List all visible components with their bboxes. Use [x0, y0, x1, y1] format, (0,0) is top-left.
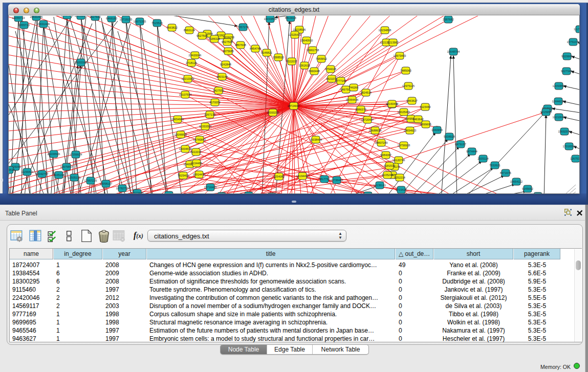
svg-text:8186328: 8186328 — [209, 37, 220, 40]
svg-text:7886372: 7886372 — [355, 108, 366, 111]
svg-text:20053346: 20053346 — [75, 61, 88, 64]
svg-text:20206506: 20206506 — [48, 152, 60, 156]
svg-text:16961758: 16961758 — [307, 49, 319, 52]
svg-text:7515526: 7515526 — [151, 21, 163, 25]
svg-text:15640910: 15640910 — [300, 39, 313, 42]
svg-text:1213967: 1213967 — [387, 41, 399, 44]
svg-text:19654923: 19654923 — [404, 129, 417, 132]
svg-text:10719155: 10719155 — [120, 18, 133, 21]
svg-text:12444159: 12444159 — [552, 100, 565, 103]
svg-text:9474444: 9474444 — [466, 150, 477, 153]
svg-text:1440954: 1440954 — [431, 128, 443, 132]
svg-text:9084067: 9084067 — [380, 154, 391, 157]
svg-text:16210643: 16210643 — [553, 116, 565, 119]
svg-text:8222037: 8222037 — [190, 150, 202, 154]
svg-text:12325419: 12325419 — [289, 33, 301, 36]
svg-text:9245652: 9245652 — [522, 187, 533, 190]
svg-text:746266: 746266 — [349, 86, 359, 89]
svg-text:8322037: 8322037 — [286, 60, 297, 63]
svg-text:3427552: 3427552 — [213, 89, 224, 92]
svg-text:16783842: 16783842 — [193, 138, 206, 141]
svg-text:7485063: 7485063 — [400, 69, 411, 72]
svg-text:2803144: 2803144 — [216, 75, 228, 78]
svg-text:9252214: 9252214 — [394, 176, 405, 179]
svg-text:20691406: 20691406 — [30, 16, 43, 18]
svg-text:7663822: 7663822 — [166, 26, 178, 29]
svg-text:1267533: 1267533 — [570, 157, 579, 160]
svg-text:2718126: 2718126 — [186, 61, 197, 64]
svg-text:19166825: 19166825 — [175, 133, 187, 136]
svg-text:6466160: 6466160 — [106, 17, 117, 20]
svg-text:7357274: 7357274 — [237, 26, 249, 29]
svg-text:14136141: 14136141 — [374, 184, 386, 187]
svg-text:12342757: 12342757 — [36, 172, 49, 176]
svg-text:11175019: 11175019 — [574, 28, 579, 31]
svg-text:3267130: 3267130 — [204, 113, 215, 116]
svg-text:10973493: 10973493 — [394, 54, 406, 57]
svg-text:19194496: 19194496 — [296, 174, 309, 178]
svg-text:19756928: 19756928 — [398, 144, 410, 147]
svg-text:9135248: 9135248 — [382, 173, 393, 177]
svg-text:16782759: 16782759 — [116, 187, 129, 190]
svg-text:11353594: 11353594 — [199, 125, 211, 128]
svg-text:16004678: 16004678 — [179, 147, 192, 150]
svg-text:2935114: 2935114 — [477, 157, 488, 160]
svg-text:10653257: 10653257 — [75, 16, 88, 17]
svg-text:20364436: 20364436 — [346, 98, 359, 101]
svg-text:10107554: 10107554 — [179, 93, 192, 96]
svg-text:9777169: 9777169 — [335, 79, 346, 82]
svg-text:1588520: 1588520 — [273, 56, 284, 59]
svg-text:2867608: 2867608 — [235, 43, 246, 47]
svg-text:9463642: 9463642 — [412, 118, 424, 121]
svg-text:16648784: 16648784 — [447, 50, 460, 53]
svg-text:12160493: 12160493 — [386, 102, 399, 105]
svg-text:9817791: 9817791 — [319, 178, 330, 181]
svg-text:8454749: 8454749 — [250, 47, 261, 50]
svg-text:11156819: 11156819 — [21, 170, 33, 173]
svg-text:12975115: 12975115 — [402, 84, 415, 87]
svg-text:1733426: 1733426 — [396, 188, 407, 191]
svg-text:9215955: 9215955 — [540, 111, 552, 114]
svg-text:1362615: 1362615 — [299, 64, 310, 67]
svg-text:19338454: 19338454 — [310, 138, 322, 141]
svg-text:14055713: 14055713 — [12, 16, 25, 19]
svg-text:12093852: 12093852 — [553, 84, 565, 87]
svg-text:6794028: 6794028 — [325, 68, 336, 71]
svg-text:7955812: 7955812 — [316, 57, 327, 60]
svg-text:10958107: 10958107 — [100, 182, 113, 185]
svg-text:23420046: 23420046 — [189, 54, 202, 57]
svg-text:8471676: 8471676 — [500, 171, 511, 174]
svg-text:7625402: 7625402 — [178, 174, 189, 177]
svg-text:6479197: 6479197 — [455, 143, 466, 146]
svg-text:12213369: 12213369 — [182, 77, 194, 80]
svg-text:17016504: 17016504 — [563, 145, 576, 148]
svg-text:5938928: 5938928 — [444, 135, 455, 138]
svg-text:1527602: 1527602 — [90, 16, 101, 18]
svg-text:9527508: 9527508 — [222, 40, 233, 43]
svg-text:16120746: 16120746 — [393, 159, 405, 162]
svg-text:9115460: 9115460 — [420, 105, 430, 108]
svg-text:10975857: 10975857 — [60, 165, 73, 168]
svg-text:16671355: 16671355 — [134, 20, 146, 23]
svg-text:10654112: 10654112 — [510, 180, 522, 183]
svg-text:9463627: 9463627 — [406, 99, 418, 102]
svg-text:3824514: 3824514 — [360, 91, 372, 94]
svg-text:9181530: 9181530 — [384, 164, 395, 167]
svg-text:20691406: 20691406 — [37, 23, 50, 26]
svg-text:13736485: 13736485 — [331, 179, 343, 182]
svg-text:8813014: 8813014 — [285, 16, 296, 19]
svg-text:16914479: 16914479 — [193, 173, 206, 176]
svg-text:4170052: 4170052 — [209, 101, 221, 104]
svg-text:12923448: 12923448 — [131, 191, 144, 193]
svg-text:16033809: 16033809 — [264, 17, 277, 20]
svg-text:9527506: 9527506 — [197, 34, 208, 37]
svg-text:9227349: 9227349 — [561, 70, 572, 73]
svg-text:15716485: 15716485 — [204, 186, 217, 189]
svg-text:17359924: 17359924 — [70, 153, 82, 156]
svg-text:18807249: 18807249 — [375, 141, 388, 144]
svg-text:18720407: 18720407 — [361, 118, 374, 121]
svg-text:8960124: 8960124 — [184, 29, 195, 32]
svg-text:17957225: 17957225 — [84, 179, 97, 182]
svg-text:19337191: 19337191 — [61, 16, 74, 17]
svg-text:19654983: 19654983 — [171, 118, 184, 121]
